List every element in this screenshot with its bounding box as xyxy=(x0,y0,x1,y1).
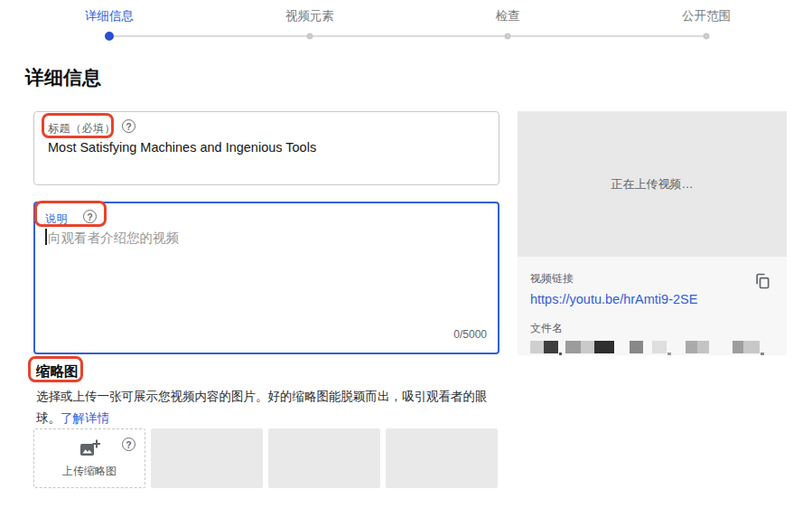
title-field-value[interactable]: Most Satisfying Machines and Ingenious T… xyxy=(48,140,316,155)
thumbnail-section-heading: 缩略图 xyxy=(36,362,79,381)
thumbnail-row: ? 上传缩略图 xyxy=(33,428,498,488)
copy-link-button[interactable] xyxy=(752,272,772,292)
thumbnail-section-description: 选择或上传一张可展示您视频内容的图片。好的缩略图能脱颖而出，吸引观看者的眼球。了… xyxy=(36,386,490,429)
step-circle-checks[interactable] xyxy=(505,33,511,40)
add-photo-icon xyxy=(79,438,100,460)
step-circle-elements[interactable] xyxy=(307,33,313,40)
thumbnail-placeholder-3[interactable] xyxy=(386,428,498,488)
description-field[interactable]: 说明 ? 向观看者介绍您的视频 0/5000 xyxy=(33,202,499,354)
step-circle-visibility[interactable] xyxy=(704,33,710,40)
thumbnail-placeholder-2[interactable] xyxy=(268,428,380,488)
step-circle-details[interactable] xyxy=(105,32,114,41)
video-url-link[interactable]: https://youtu.be/hrAmti9-2SE xyxy=(530,292,697,306)
upload-details-dialog: 详细信息 视频元素 检查 公开范围 详细信息 标题（必填） ? Most Sat… xyxy=(0,0,812,508)
step-label-visibility[interactable]: 公开范围 xyxy=(682,8,731,24)
description-placeholder: 向观看者介绍您的视频 xyxy=(48,230,179,247)
learn-more-link[interactable]: 了解详情 xyxy=(61,411,109,425)
step-label-checks[interactable]: 检查 xyxy=(496,8,520,24)
stepper-track xyxy=(109,35,706,37)
step-label-details[interactable]: 详细信息 xyxy=(85,8,134,24)
video-link-label: 视频链接 xyxy=(530,271,774,287)
thumbnail-placeholder-1[interactable] xyxy=(151,428,263,488)
upload-thumbnail-label: 上传缩略图 xyxy=(62,464,117,479)
title-field-label: 标题（必填） xyxy=(48,121,116,136)
title-field[interactable]: 标题（必填） ? Most Satisfying Machines and In… xyxy=(33,111,499,185)
upload-thumbnail-button[interactable]: ? 上传缩略图 xyxy=(33,428,145,488)
upload-info-area: 视频链接 https://youtu.be/hrAmti9-2SE 文件名 xyxy=(518,257,787,355)
step-label-elements[interactable]: 视频元素 xyxy=(285,8,334,24)
filename-label: 文件名 xyxy=(530,321,774,336)
title-help-icon[interactable]: ? xyxy=(122,119,135,133)
character-counter: 0/5000 xyxy=(453,328,487,341)
description-help-icon[interactable]: ? xyxy=(83,210,97,223)
thumbnail-help-icon[interactable]: ? xyxy=(122,437,135,451)
copy-icon xyxy=(753,272,771,290)
redacted-filename xyxy=(530,341,774,355)
video-preview-area: 正在上传视频… xyxy=(518,111,787,257)
text-cursor xyxy=(45,229,47,245)
upload-status-panel: 正在上传视频… 视频链接 https://youtu.be/hrAmti9-2S… xyxy=(518,111,787,355)
upload-status-text: 正在上传视频… xyxy=(611,176,694,193)
description-field-label: 说明 xyxy=(45,212,68,227)
page-title: 详细信息 xyxy=(25,65,101,90)
